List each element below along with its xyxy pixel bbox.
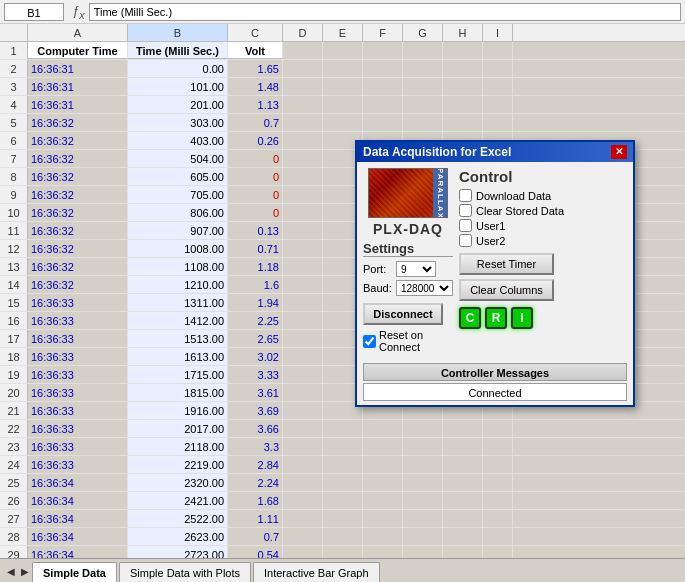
cell-c[interactable]: 1.13 — [228, 96, 283, 113]
cell-a[interactable]: 16:36:33 — [28, 384, 128, 401]
dialog-close-button[interactable]: ✕ — [611, 145, 627, 159]
cell-b[interactable]: 2723.00 — [128, 546, 228, 558]
cell-c[interactable]: 0.71 — [228, 240, 283, 257]
col-header-a[interactable]: A — [28, 24, 128, 41]
cell-b[interactable]: 201.00 — [128, 96, 228, 113]
cell-b[interactable]: 907.00 — [128, 222, 228, 239]
cell-b[interactable]: 303.00 — [128, 114, 228, 131]
cell-b[interactable]: 2017.00 — [128, 420, 228, 437]
cell-a[interactable]: 16:36:32 — [28, 276, 128, 293]
cell-a[interactable]: 16:36:34 — [28, 492, 128, 509]
tab-simple-data-plots[interactable]: Simple Data with Plots — [119, 562, 251, 582]
cell-c[interactable]: 1.6 — [228, 276, 283, 293]
col-header-f[interactable]: F — [363, 24, 403, 41]
clear-stored-checkbox[interactable] — [459, 204, 472, 217]
cell-c[interactable]: 2.65 — [228, 330, 283, 347]
cell-b[interactable]: 1815.00 — [128, 384, 228, 401]
cell-a[interactable]: 16:36:31 — [28, 60, 128, 77]
cell-c[interactable]: 1.18 — [228, 258, 283, 275]
user2-checkbox[interactable] — [459, 234, 472, 247]
col-header-i[interactable]: I — [483, 24, 513, 41]
formula-input[interactable] — [89, 3, 681, 21]
cell-c[interactable]: 3.02 — [228, 348, 283, 365]
cell-a[interactable]: 16:36:31 — [28, 78, 128, 95]
cell-a[interactable]: 16:36:33 — [28, 294, 128, 311]
cell-a[interactable]: 16:36:33 — [28, 420, 128, 437]
cell-c[interactable]: 0 — [228, 204, 283, 221]
cell-a[interactable]: 16:36:32 — [28, 222, 128, 239]
cell-a[interactable]: 16:36:32 — [28, 240, 128, 257]
col-header-b[interactable]: B — [128, 24, 228, 41]
cell-c[interactable]: 2.24 — [228, 474, 283, 491]
baud-select[interactable]: 128000 — [396, 280, 453, 296]
cell-c[interactable]: 1.94 — [228, 294, 283, 311]
led-c[interactable]: C — [459, 307, 481, 329]
cell-a[interactable]: 16:36:33 — [28, 330, 128, 347]
cell-1-a[interactable]: Computer Time — [28, 42, 128, 59]
cell-b[interactable]: 2320.00 — [128, 474, 228, 491]
cell-a[interactable]: 16:36:31 — [28, 96, 128, 113]
port-select[interactable]: 9 — [396, 261, 436, 277]
cell-c[interactable]: 1.68 — [228, 492, 283, 509]
cell-b[interactable]: 1916.00 — [128, 402, 228, 419]
cell-a[interactable]: 16:36:33 — [28, 348, 128, 365]
cell-b[interactable]: 0.00 — [128, 60, 228, 77]
cell-b[interactable]: 705.00 — [128, 186, 228, 203]
cell-a[interactable]: 16:36:34 — [28, 546, 128, 558]
cell-c[interactable]: 0 — [228, 186, 283, 203]
download-data-checkbox[interactable] — [459, 189, 472, 202]
cell-c[interactable]: 3.69 — [228, 402, 283, 419]
cell-a[interactable]: 16:36:32 — [28, 132, 128, 149]
cell-b[interactable]: 1513.00 — [128, 330, 228, 347]
cell-c[interactable]: 0.26 — [228, 132, 283, 149]
disconnect-button[interactable]: Disconnect — [363, 303, 443, 325]
cell-c[interactable]: 3.33 — [228, 366, 283, 383]
user1-checkbox[interactable] — [459, 219, 472, 232]
reset-on-connect-checkbox[interactable] — [363, 335, 376, 348]
cell-b[interactable]: 1613.00 — [128, 348, 228, 365]
cell-c[interactable]: 1.65 — [228, 60, 283, 77]
cell-b[interactable]: 2522.00 — [128, 510, 228, 527]
cell-c[interactable]: 3.3 — [228, 438, 283, 455]
tab-simple-data[interactable]: Simple Data — [32, 562, 117, 582]
cell-b[interactable]: 1008.00 — [128, 240, 228, 257]
cell-1-c[interactable]: Volt — [228, 42, 283, 59]
cell-c[interactable]: 0 — [228, 168, 283, 185]
cell-a[interactable]: 16:36:32 — [28, 204, 128, 221]
cell-1-b[interactable]: Time (Milli Sec.) — [128, 42, 228, 59]
cell-b[interactable]: 504.00 — [128, 150, 228, 167]
clear-columns-button[interactable]: Clear Columns — [459, 279, 554, 301]
cell-a[interactable]: 16:36:32 — [28, 168, 128, 185]
cell-c[interactable]: 2.25 — [228, 312, 283, 329]
cell-a[interactable]: 16:36:34 — [28, 474, 128, 491]
cell-b[interactable]: 2623.00 — [128, 528, 228, 545]
cell-b[interactable]: 806.00 — [128, 204, 228, 221]
led-r[interactable]: R — [485, 307, 507, 329]
cell-b[interactable]: 101.00 — [128, 78, 228, 95]
cell-a[interactable]: 16:36:32 — [28, 114, 128, 131]
cell-a[interactable]: 16:36:32 — [28, 186, 128, 203]
col-header-g[interactable]: G — [403, 24, 443, 41]
cell-b[interactable]: 2118.00 — [128, 438, 228, 455]
cell-b[interactable]: 2219.00 — [128, 456, 228, 473]
name-box[interactable]: B1 — [4, 3, 64, 21]
cell-a[interactable]: 16:36:32 — [28, 150, 128, 167]
cell-b[interactable]: 2421.00 — [128, 492, 228, 509]
cell-a[interactable]: 16:36:33 — [28, 366, 128, 383]
cell-b[interactable]: 1108.00 — [128, 258, 228, 275]
cell-c[interactable]: 3.61 — [228, 384, 283, 401]
cell-a[interactable]: 16:36:33 — [28, 456, 128, 473]
cell-a[interactable]: 16:36:33 — [28, 438, 128, 455]
cell-a[interactable]: 16:36:34 — [28, 510, 128, 527]
cell-b[interactable]: 1311.00 — [128, 294, 228, 311]
cell-c[interactable]: 0.54 — [228, 546, 283, 558]
col-header-h[interactable]: H — [443, 24, 483, 41]
cell-c[interactable]: 0.7 — [228, 114, 283, 131]
cell-c[interactable]: 0.13 — [228, 222, 283, 239]
tab-arrow-left[interactable]: ◀ — [4, 562, 18, 582]
cell-a[interactable]: 16:36:33 — [28, 312, 128, 329]
cell-c[interactable]: 0.7 — [228, 528, 283, 545]
cell-b[interactable]: 1715.00 — [128, 366, 228, 383]
cell-b[interactable]: 605.00 — [128, 168, 228, 185]
reset-timer-button[interactable]: Reset Timer — [459, 253, 554, 275]
